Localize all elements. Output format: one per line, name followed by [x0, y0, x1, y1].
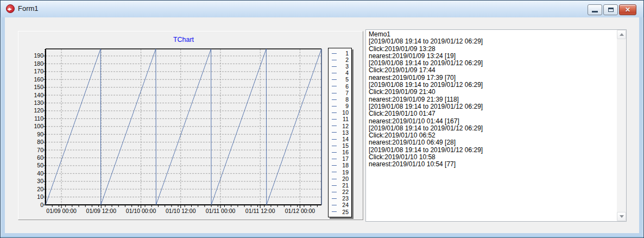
memo-line: nearest:2019/01/09 17:39 [70]: [369, 74, 616, 82]
legend-item[interactable]: 10: [329, 109, 351, 116]
memo-scrollbar[interactable]: [617, 30, 626, 221]
memo-line: [2019/01/08 19:14 to 2019/01/12 06:29]: [369, 82, 616, 89]
series-dash-icon: [332, 172, 337, 172]
svg-text:20: 20: [37, 186, 43, 192]
legend-item-label: 14: [342, 136, 349, 142]
legend-item[interactable]: 3: [329, 63, 351, 70]
svg-text:180: 180: [34, 60, 43, 67]
window-controls: ✕: [588, 4, 636, 15]
svg-text:01/11 12:00: 01/11 12:00: [245, 208, 275, 214]
scroll-up-button[interactable]: [617, 30, 626, 39]
series-dash-icon: [332, 79, 337, 80]
memo-line: Memo1: [369, 31, 616, 38]
series-dash-icon: [332, 198, 337, 199]
legend-item-label: 20: [342, 176, 349, 182]
legend-item[interactable]: 25: [329, 209, 351, 215]
series-dash-icon: [332, 112, 337, 113]
svg-text:100: 100: [34, 123, 43, 129]
legend-item-label: 2: [345, 57, 349, 63]
close-button[interactable]: ✕: [619, 4, 636, 15]
legend-item[interactable]: 7: [329, 90, 351, 96]
memo-line: nearest:2019/01/09 13:24 [19]: [369, 53, 616, 60]
arrow-down-icon: [620, 215, 624, 218]
minimize-button[interactable]: [588, 4, 602, 15]
legend-item-label: 19: [342, 170, 349, 176]
legend-item-label: 12: [342, 123, 349, 129]
legend-item-label: 5: [345, 77, 349, 83]
legend-item[interactable]: 19: [329, 169, 351, 176]
svg-text:0: 0: [40, 202, 43, 208]
legend-item-label: 22: [342, 189, 349, 195]
memo-line: [2019/01/08 19:14 to 2019/01/12 06:29]: [369, 125, 616, 132]
legend-item[interactable]: 13: [329, 129, 351, 136]
app-icon[interactable]: [6, 4, 15, 13]
svg-text:01/10 12:00: 01/10 12:00: [166, 208, 196, 214]
series-dash-icon: [332, 66, 337, 67]
memo-line: Click:2019/01/10 01:47: [369, 110, 616, 117]
legend-item[interactable]: 17: [329, 156, 351, 162]
legend-item[interactable]: 11: [329, 116, 351, 123]
maximize-button[interactable]: [603, 4, 618, 15]
legend-item[interactable]: 1: [329, 50, 351, 57]
legend-item-label: 16: [342, 149, 349, 155]
memo-line: [2019/01/08 19:14 to 2019/01/12 06:29]: [369, 38, 616, 45]
legend-item-label: 21: [342, 183, 349, 189]
chart-canvas[interactable]: 0102030405060708090100110120130140150160…: [18, 32, 363, 220]
legend-item-label: 6: [345, 84, 349, 90]
svg-text:110: 110: [34, 115, 43, 122]
legend-item[interactable]: 6: [329, 83, 351, 90]
series-dash-icon: [332, 146, 337, 146]
legend-item-label: 10: [342, 110, 349, 116]
client-area: 0102030405060708090100110120130140150160…: [5, 17, 639, 233]
legend-item[interactable]: 2: [329, 57, 351, 63]
legend-item-label: 11: [343, 116, 349, 122]
series-dash-icon: [332, 60, 337, 60]
legend-item[interactable]: 18: [329, 162, 351, 169]
svg-text:70: 70: [37, 147, 43, 153]
memo-line: Click:2019/01/09 21:40: [369, 89, 616, 96]
series-dash-icon: [332, 152, 337, 153]
svg-text:140: 140: [34, 92, 43, 98]
series-dash-icon: [332, 192, 337, 192]
series-dash-icon: [332, 165, 337, 166]
memo-line: nearest:2019/01/10 06:49 [28]: [369, 139, 616, 146]
window-title: Form1: [18, 1, 39, 17]
legend-item[interactable]: 15: [329, 142, 351, 149]
series-dash-icon: [332, 185, 337, 186]
memo-line: [2019/01/08 19:14 to 2019/01/12 06:29]: [369, 103, 616, 110]
series-dash-icon: [332, 211, 337, 212]
svg-text:01/09 12:00: 01/09 12:00: [86, 208, 117, 214]
legend-item[interactable]: 16: [329, 149, 351, 155]
svg-text:170: 170: [34, 68, 43, 74]
legend-item[interactable]: 24: [329, 202, 351, 209]
scroll-down-button[interactable]: [617, 212, 626, 221]
legend-item[interactable]: 23: [329, 195, 351, 202]
memo-text[interactable]: Memo1[2019/01/08 19:14 to 2019/01/12 06:…: [366, 30, 616, 221]
series-dash-icon: [332, 179, 337, 179]
legend-item-label: 1: [345, 51, 349, 57]
legend-item[interactable]: 12: [329, 123, 351, 129]
legend-item[interactable]: 21: [329, 182, 351, 189]
legend-item[interactable]: 14: [329, 136, 351, 142]
series-dash-icon: [332, 99, 337, 100]
svg-text:60: 60: [37, 154, 43, 161]
legend-item[interactable]: 22: [329, 189, 351, 195]
legend-item[interactable]: 8: [329, 96, 351, 103]
chart-panel: 0102030405060708090100110120130140150160…: [18, 31, 363, 220]
titlebar[interactable]: Form1 ✕: [1, 1, 643, 17]
svg-text:190: 190: [34, 52, 43, 59]
svg-text:30: 30: [37, 178, 43, 184]
svg-text:40: 40: [37, 170, 43, 177]
memo-line: [2019/01/08 19:14 to 2019/01/12 06:29]: [369, 60, 616, 67]
legend-item-label: 7: [345, 90, 349, 96]
memo[interactable]: Memo1[2019/01/08 19:14 to 2019/01/12 06:…: [365, 29, 627, 222]
series-dash-icon: [332, 159, 337, 159]
legend-item[interactable]: 20: [329, 176, 351, 182]
legend-item-label: 25: [342, 209, 349, 215]
legend-item[interactable]: 5: [329, 77, 351, 83]
maximize-icon: [608, 8, 614, 12]
legend-item[interactable]: 9: [329, 103, 351, 109]
legend-item[interactable]: 4: [329, 70, 351, 76]
series-dash-icon: [332, 106, 337, 107]
legend-item-label: 9: [345, 103, 349, 109]
